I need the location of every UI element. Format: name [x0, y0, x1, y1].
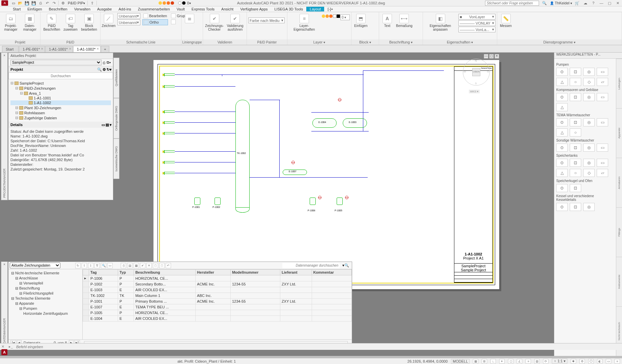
monitor-icon[interactable]: 🖵 — [588, 359, 594, 364]
equipment-p2[interactable] — [215, 198, 221, 205]
doc-tab[interactable]: Start — [2, 46, 19, 52]
annoscale-toggle[interactable]: ✱ — [571, 359, 576, 364]
user-menu[interactable]: 👤 ThKeidel ▾ — [550, 1, 572, 5]
dm-tree-node[interactable]: ⊟ Technische Elemente — [10, 296, 81, 301]
validate-button[interactable]: ✔Validierung ausführen — [225, 13, 245, 32]
tree-node[interactable]: ⊟Rohrklassen — [10, 110, 111, 115]
block-edit-button[interactable]: ▣Block bearbeiten — [79, 13, 99, 32]
menu-verwalten[interactable]: Verwalten — [71, 7, 94, 11]
menu-lisega 3d tools[interactable]: LISEGA 3D Tools — [271, 7, 307, 11]
otrack-toggle[interactable]: ∠ — [517, 359, 522, 364]
palette-vtab[interactable]: Apparate — [616, 108, 622, 158]
palette-item[interactable]: ⊙ — [556, 144, 568, 152]
menu-verfügbare apps[interactable]: Verfügbare Apps — [237, 7, 271, 11]
qat-redo-icon[interactable]: ↷ — [51, 0, 57, 6]
gradient-value[interactable]: 0 ▾ — [186, 1, 192, 5]
measure-button[interactable]: 📏Messen — [499, 13, 513, 28]
line-combo-1[interactable]: Unbenannt▾ — [117, 13, 140, 19]
dm-reject-icon[interactable]: ✕ — [146, 263, 152, 268]
tree-node[interactable]: ⊟Zugehörige Dateien — [10, 115, 111, 120]
dwg-checker-button[interactable]: ✔Zeichnungs- Checker — [204, 13, 224, 32]
menu-start[interactable]: Start — [9, 7, 24, 11]
instrument[interactable] — [338, 98, 341, 101]
palette-item[interactable]: ⊡ — [570, 68, 581, 76]
tab-close-icon[interactable]: ✕ — [96, 47, 99, 51]
dm-import-icon[interactable]: ⇩ — [88, 263, 93, 268]
dm-tree-node[interactable]: ⊟ Apparate — [10, 301, 81, 306]
tree-node[interactable]: ⊟Area_1 — [10, 91, 111, 96]
dm-col-header[interactable] — [83, 270, 89, 275]
instrument[interactable] — [345, 196, 348, 199]
palette-item[interactable]: ⊙ — [556, 93, 568, 101]
palette-item[interactable]: ◎ — [583, 144, 595, 152]
dm-accept-icon[interactable]: ✔ — [140, 263, 145, 268]
tree-node[interactable]: 1-A1-1002 — [10, 100, 111, 105]
menu-[-]+[interactable]: [-]+ — [324, 7, 336, 11]
status-space[interactable]: MODELL — [451, 359, 470, 364]
palette-item[interactable]: △ — [556, 78, 568, 86]
palette-item[interactable]: ⊙ — [556, 68, 568, 76]
workspace-select[interactable]: P&ID PIP ▾ — [66, 1, 86, 5]
table-row[interactable]: E-1003EAIR COOLED EX... — [83, 287, 352, 293]
palette-item[interactable]: ⊙ — [556, 184, 568, 192]
app-menu-icon[interactable]: A — [1, 349, 7, 355]
dm-tree-node[interactable]: ⊟ Pumpen — [10, 306, 81, 311]
dm-undo-icon[interactable]: ↶ — [166, 263, 171, 268]
menu-vault[interactable]: Vault — [173, 7, 188, 11]
grid-toggle[interactable]: ▦ — [473, 359, 478, 364]
qat-undo-icon[interactable]: ↶ — [44, 0, 50, 6]
palette-item[interactable]: ⊡ — [570, 118, 581, 126]
palette-item[interactable]: ▱ — [597, 169, 608, 177]
equipment-p4[interactable] — [310, 198, 316, 205]
match-properties-button[interactable]: ◧Eigenschaften anpassen — [424, 13, 456, 32]
dm-b-icon[interactable]: □ — [159, 263, 165, 268]
table-row[interactable]: E-1007ETEMA TYPE BEU ... — [83, 304, 352, 310]
menu-add-ins[interactable]: Add-ins — [115, 7, 134, 11]
dm-col-header[interactable]: Kommentar — [312, 270, 351, 275]
isolate-icon[interactable]: ◐ — [597, 359, 602, 364]
project-select[interactable]: SampleProject — [10, 60, 102, 65]
palette-item[interactable]: ⊙ — [556, 203, 568, 211]
doc-tab[interactable]: 1-A1-1001*✕ — [45, 46, 73, 52]
tag-assign-button[interactable]: 🏷Tag zuweisen — [62, 13, 79, 32]
palette-item[interactable]: ▭ — [597, 118, 608, 126]
dm-table[interactable]: TagTypBeschreibungHerstellerModellnummer… — [83, 269, 352, 339]
instrument[interactable] — [318, 196, 321, 199]
tab-close-icon[interactable]: ✕ — [69, 47, 72, 51]
dm-print-icon[interactable]: ⎙ — [121, 263, 126, 268]
palette-vtab[interactable]: Fittings — [616, 207, 622, 257]
doc-tab[interactable]: 1-A1-1002*✕ — [73, 46, 101, 52]
datamgr-close-icon[interactable]: × — [3, 263, 5, 266]
menu-einfügen[interactable]: Einfügen — [24, 7, 45, 11]
tree-node[interactable]: 1-A1-1001 — [10, 96, 111, 100]
table-row[interactable]: E-1004EAIR COOLED EX... — [83, 316, 352, 322]
cloud-icon[interactable]: ☁ — [582, 1, 588, 5]
doc-max-icon[interactable]: ▢ — [489, 54, 494, 59]
dm-col-header[interactable]: Beschreibung — [134, 270, 196, 275]
menu-ansicht[interactable]: Ansicht — [218, 7, 237, 11]
help-search[interactable] — [485, 1, 539, 6]
palette-item[interactable]: ⊡ — [570, 184, 581, 192]
tree-node[interactable]: ⊟SampleProject — [10, 81, 111, 86]
datamgr-strip[interactable]: × DATENMANAGER — [1, 262, 8, 346]
details-thumb-icon[interactable]: ▭ — [102, 123, 105, 127]
dm-tree-node[interactable]: ⊟ Nicht-technische Elemente — [10, 271, 81, 276]
side-tab[interactable]: Isometrische DWG — [113, 139, 119, 179]
snap-toggle[interactable]: ⊞ — [482, 359, 487, 364]
dm-refresh-icon[interactable]: ↻ — [75, 263, 81, 268]
qat-saveas-icon[interactable]: 💾 — [31, 0, 37, 6]
win-max-icon[interactable]: ▢ — [606, 1, 613, 5]
draw-line-button[interactable]: ／Zeichnen — [102, 13, 115, 28]
side-tab[interactable]: Quelldateien — [113, 58, 119, 98]
dm-col-header[interactable]: Hersteller — [196, 270, 231, 275]
status-scale[interactable]: ♀ 1:1 ▾ — [552, 359, 567, 364]
dm-tree-node[interactable]: Horizontale Zentrifugalpum — [10, 311, 81, 316]
clean-icon[interactable]: ▭ — [606, 359, 611, 364]
palette-item[interactable]: ⊙ — [556, 118, 568, 126]
win-min-icon[interactable]: — — [598, 1, 604, 5]
palette-item[interactable]: ▱ — [597, 78, 608, 86]
palette-vtab[interactable]: Leitungen — [616, 59, 622, 108]
dm-a-icon[interactable]: □ — [153, 263, 158, 268]
palette-item[interactable]: ▭ — [597, 93, 608, 101]
projman-print-icon[interactable]: ⎙ — [103, 61, 105, 65]
